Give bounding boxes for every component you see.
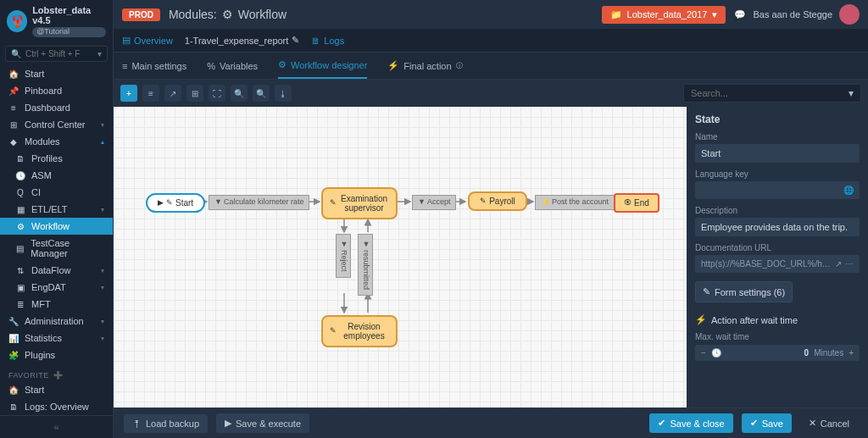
load-backup-button[interactable]: ⭱Load backup (124, 414, 208, 433)
sidebar-search-input[interactable] (25, 49, 93, 58)
gear-icon: ⚙ (278, 59, 287, 70)
home-icon: 🏠 (8, 69, 19, 79)
doc-url[interactable]: http(s)://%BASE_DOC_URL%/help.html↗⋯ (695, 255, 860, 273)
app-title: Lobster_data v4.5 (32, 5, 106, 25)
wait-input[interactable]: − 🕓 0 Minutes + (695, 345, 860, 361)
name-input[interactable] (695, 144, 860, 163)
workflow-canvas[interactable]: ▶✎Start ▼Calculate kilometer rate ✎Exami… (114, 107, 687, 408)
bc-overview[interactable]: ▤Overview (122, 35, 173, 46)
modules-icon: ◆ (8, 137, 19, 147)
chevron-down-icon: ▾ (97, 49, 102, 58)
logo-area: 🦞 Lobster_data v4.5 @Tutorial (0, 0, 113, 42)
nav-testcase[interactable]: ▤TestCase Manager (0, 235, 113, 262)
save-close-button[interactable]: ✔Save & close (649, 413, 732, 433)
nav-profiles[interactable]: 🗎Profiles (0, 150, 113, 167)
context-selector[interactable]: 📁 Lobster_data_2017 ▾ (602, 6, 726, 24)
tab-variables[interactable]: %Variables (207, 54, 258, 78)
nav-plugins[interactable]: 🧩Plugins (0, 347, 113, 363)
tool-zoom-out[interactable]: 🔍 (253, 85, 270, 102)
trans-accept[interactable]: ▼Accept (412, 195, 456, 210)
nav-dataflow[interactable]: ⇅DataFlow▾ (0, 262, 113, 279)
add-favorite-icon[interactable]: ➕ (53, 371, 64, 380)
dashboard-icon: ≡ (8, 103, 19, 113)
trans-calc[interactable]: ▼Calculate kilometer rate (209, 195, 309, 210)
nav-pinboard[interactable]: 📌Pinboard (0, 82, 113, 99)
desc-input[interactable] (695, 218, 860, 236)
chevron-down-icon: ▾ (101, 206, 104, 213)
workflow-icon: ⚙ (222, 8, 233, 21)
avatar[interactable] (839, 4, 860, 25)
add-button[interactable]: + (120, 85, 137, 102)
tool-download[interactable]: ⭳ (275, 85, 292, 102)
tool-zoom-in[interactable]: 🔍 (231, 85, 248, 102)
tool-connect[interactable]: ↗ (164, 85, 181, 102)
globe-icon[interactable]: 🌐 (843, 186, 854, 195)
nav-statistics[interactable]: 📊Statistics▾ (0, 330, 113, 347)
cancel-button[interactable]: ✕Cancel (800, 413, 858, 433)
nav-etl[interactable]: ▦ETL/ELT▾ (0, 201, 113, 218)
nav-control-center[interactable]: ⊞Control Center▾ (0, 116, 113, 133)
trans-reject[interactable]: ▼Reject (336, 234, 351, 278)
nav-modules[interactable]: ◆Modules▴ (0, 133, 113, 150)
nav-administration[interactable]: 🔧Administration▾ (0, 313, 113, 330)
edit-icon: ✎ (330, 199, 337, 208)
chat-icon[interactable]: 💬 (734, 9, 746, 20)
node-examination[interactable]: ✎Examination supervisor (321, 187, 398, 219)
lang-label: Language key (695, 169, 860, 179)
node-start[interactable]: ▶✎Start (146, 193, 205, 213)
logs-icon: 🗎 (311, 36, 320, 46)
dots-icon[interactable]: ⋯ (845, 259, 854, 269)
list-icon: ≡ (122, 61, 127, 71)
minus-icon[interactable]: − (701, 348, 706, 358)
edit-icon[interactable]: ✎ (292, 35, 299, 46)
filter-icon: ▼ (361, 240, 370, 248)
lang-input[interactable]: 🌐 (695, 181, 860, 199)
bc-logs[interactable]: 🗎Logs (311, 36, 344, 46)
link-icon[interactable]: ↗ (835, 259, 842, 269)
canvas-search-input[interactable] (691, 88, 849, 98)
trans-post[interactable]: ⚡Post the account (535, 195, 615, 210)
mft-icon: ≣ (15, 300, 25, 309)
node-end[interactable]: ⦿End (614, 193, 659, 213)
save-execute-button[interactable]: ▶Save & execute (216, 413, 309, 433)
search-icon: 🔍 (11, 49, 21, 58)
nav-dashboard[interactable]: ≡Dashboard (0, 99, 113, 116)
overview-icon: ▤ (122, 35, 131, 46)
node-payroll[interactable]: ✎Payroll (468, 191, 527, 211)
sidebar-search[interactable]: 🔍 ▾ (5, 46, 108, 62)
breadcrumb: ▤Overview 1-Travel_expense_report ✎ 🗎Log… (114, 29, 868, 53)
tool-layout[interactable]: ⊞ (186, 85, 203, 102)
tool-fit[interactable]: ⛶ (209, 85, 225, 102)
bc-current: 1-Travel_expense_report ✎ (185, 35, 300, 46)
form-settings-button[interactable]: ✎Form settings (6) (695, 281, 793, 302)
tool-align[interactable]: ≡ (142, 85, 159, 102)
trans-resubmitted[interactable]: ▼resubmitted (358, 234, 373, 296)
logo-icon: 🦞 (7, 10, 27, 32)
grid-icon: ⊞ (8, 120, 19, 130)
nav-mft[interactable]: ≣MFT (0, 296, 113, 313)
save-button[interactable]: ✔Save (742, 413, 792, 433)
doc-icon: 🗎 (8, 402, 19, 412)
favorites-header: FAVORITE ➕ (0, 366, 113, 381)
nav-start[interactable]: 🏠Start (0, 65, 113, 82)
tab-main-settings[interactable]: ≡Main settings (122, 54, 186, 78)
nav-engdat[interactable]: ▣EngDAT▾ (0, 279, 113, 296)
node-revision[interactable]: ✎Revision employees (321, 315, 398, 347)
tab-final-action[interactable]: ⚡Final action ⓘ (387, 53, 462, 78)
user-name: Bas aan de Stegge (753, 9, 832, 19)
tab-workflow-designer[interactable]: ⚙Workflow designer (278, 53, 367, 79)
app-subtitle: @Tutorial (32, 27, 106, 37)
fav-start[interactable]: 🏠Start (0, 381, 113, 398)
sidebar-footer: « (0, 415, 113, 438)
filter-icon: ▼ (418, 198, 426, 207)
nav-workflow[interactable]: ⚙Workflow (0, 218, 113, 235)
nav-ci[interactable]: QCI (0, 184, 113, 201)
plus-icon[interactable]: + (849, 348, 854, 358)
collapse-sidebar[interactable]: « (0, 419, 113, 435)
chevron-down-icon: ▾ (101, 121, 104, 129)
fav-logs[interactable]: 🗎Logs: Overview (0, 398, 113, 415)
nav-asm[interactable]: 🕓ASM (0, 167, 113, 184)
doc-label: Documentation URL (695, 243, 860, 252)
canvas-search[interactable]: ▾ (683, 84, 861, 103)
filter-icon: ▼ (339, 240, 348, 248)
